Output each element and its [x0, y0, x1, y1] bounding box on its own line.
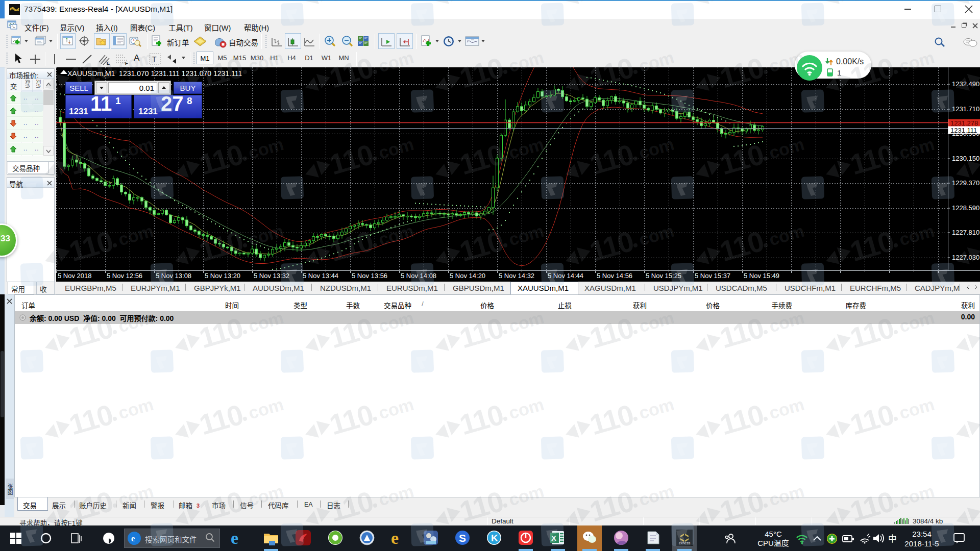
svg-text:e: e — [391, 530, 399, 546]
svg-text:X: X — [551, 534, 556, 542]
svg-text:1231.278: 1231.278 — [950, 119, 978, 127]
svg-text:5 Nov 14:20: 5 Nov 14:20 — [450, 272, 485, 280]
svg-text:1232.490: 1232.490 — [952, 80, 979, 88]
svg-text:1230.150: 1230.150 — [952, 155, 979, 162]
svg-text:5 Nov 13:20: 5 Nov 13:20 — [205, 272, 240, 280]
svg-text:5 Nov 2018: 5 Nov 2018 — [58, 272, 92, 280]
svg-text:5 Nov 15:37: 5 Nov 15:37 — [695, 272, 730, 280]
svg-text:1227.810: 1227.810 — [952, 229, 979, 236]
svg-text:e: e — [231, 530, 238, 546]
svg-text:e: e — [131, 534, 135, 543]
svg-text:XAUUSDm,M1 1231.070 1231.111: XAUUSDm,M1 1231.070 1231.111 1231.070 12… — [67, 69, 242, 78]
svg-text:K: K — [491, 533, 498, 543]
svg-text:5 Nov 13:56: 5 Nov 13:56 — [352, 272, 387, 280]
svg-text:1227.030: 1227.030 — [952, 254, 979, 261]
svg-text:5 Nov 14:44: 5 Nov 14:44 — [548, 272, 583, 280]
svg-text:5 Nov 14:56: 5 Nov 14:56 — [597, 272, 632, 280]
svg-text:F: F — [125, 61, 128, 65]
svg-text:5 Nov 14:32: 5 Nov 14:32 — [499, 272, 534, 280]
svg-text:5 Nov 13:32: 5 Nov 13:32 — [254, 272, 289, 280]
svg-text:5 Nov 12:56: 5 Nov 12:56 — [107, 272, 142, 280]
svg-text:1231.111: 1231.111 — [950, 127, 977, 134]
svg-text:E: E — [107, 61, 110, 65]
svg-text:S: S — [459, 532, 466, 544]
svg-text:5 Nov 15:25: 5 Nov 15:25 — [646, 272, 681, 280]
svg-text:1229.370: 1229.370 — [952, 179, 979, 187]
svg-text:exness: exness — [679, 541, 691, 545]
svg-text:5 Nov 13:44: 5 Nov 13:44 — [303, 272, 338, 280]
svg-text:T: T — [152, 55, 157, 63]
svg-text:1231.710: 1231.710 — [952, 105, 979, 113]
svg-text:5 Nov 13:08: 5 Nov 13:08 — [156, 272, 191, 280]
svg-text:5 Nov 15:49: 5 Nov 15:49 — [744, 272, 779, 280]
svg-text:1228.590: 1228.590 — [952, 204, 979, 212]
svg-text:5 Nov 14:08: 5 Nov 14:08 — [401, 272, 436, 280]
